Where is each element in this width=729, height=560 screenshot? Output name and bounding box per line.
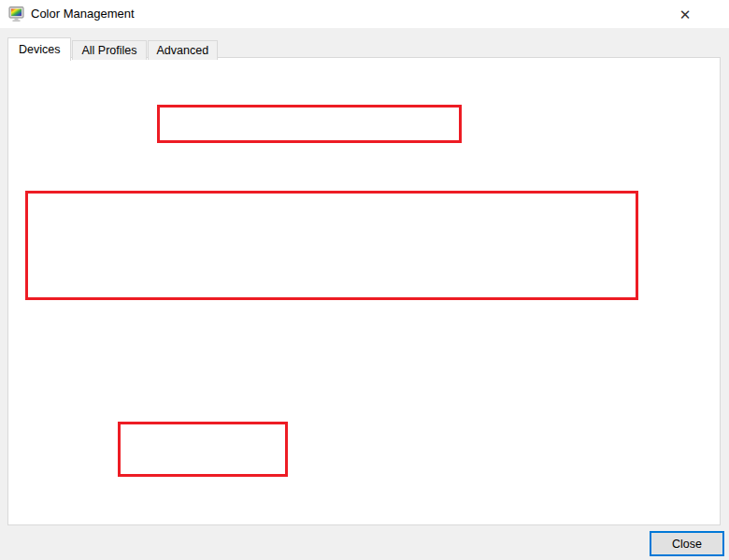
tab-strip: Devices All Profiles Advanced bbox=[7, 37, 219, 60]
tab-all-profiles[interactable]: All Profiles bbox=[72, 40, 146, 60]
dialog-footer bbox=[0, 525, 729, 560]
close-icon[interactable]: ✕ bbox=[671, 3, 699, 26]
devices-tab-page bbox=[7, 57, 721, 525]
close-button[interactable]: Close bbox=[650, 531, 724, 556]
tab-advanced[interactable]: Advanced bbox=[148, 40, 219, 60]
window-title: Color Management bbox=[31, 0, 135, 28]
tab-devices[interactable]: Devices bbox=[7, 37, 71, 61]
color-management-icon bbox=[8, 6, 25, 22]
titlebar: Color Management ✕ bbox=[0, 0, 729, 28]
color-management-dialog: Color Management ✕ Devices All Profiles … bbox=[0, 0, 729, 560]
